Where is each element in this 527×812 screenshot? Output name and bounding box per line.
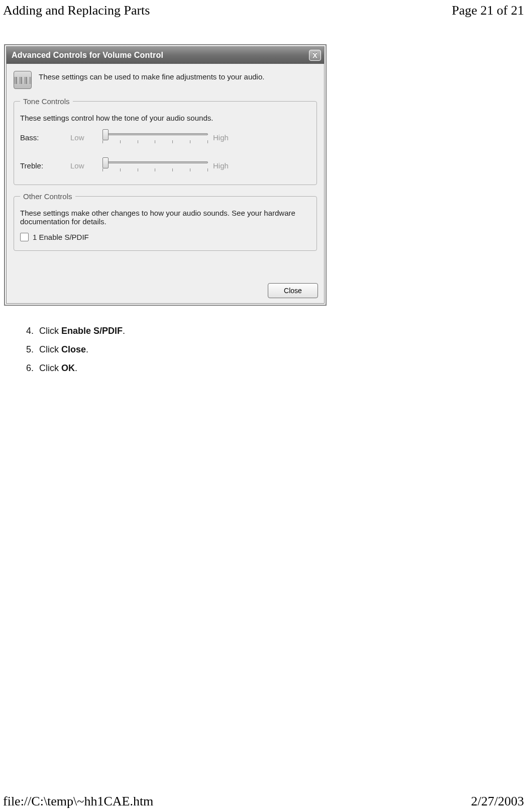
enable-spdif-checkbox[interactable] [20,233,29,241]
tone-controls-legend: Tone Controls [20,97,73,106]
dialog-title: Advanced Controls for Volume Control [12,51,309,60]
instruction-step-bold: Enable S/PDIF [61,326,123,336]
bass-high-label: High [213,133,240,142]
instruction-steps: Click Enable S/PDIF.Click Close.Click OK… [15,322,512,378]
page-header-title: Adding and Replacing Parts [3,3,150,18]
treble-high-label: High [213,161,240,170]
instruction-step: Click Close. [36,340,512,359]
page-footer-path: file://C:\temp\~hh1CAE.htm [3,794,153,809]
advanced-controls-dialog: Advanced Controls for Volume Control X T… [6,46,325,304]
close-button[interactable]: Close [268,283,318,298]
treble-low-label: Low [70,161,97,170]
treble-label: Treble: [20,161,65,170]
other-controls-description: These settings make other changes to how… [20,209,310,226]
bass-label: Bass: [20,133,65,142]
page-header-page-number: Page 21 of 21 [452,3,524,18]
dialog-intro-text: These settings can be used to make fine … [39,71,317,82]
other-controls-legend: Other Controls [20,192,75,201]
bass-low-label: Low [70,133,97,142]
other-controls-group: Other Controls These settings make other… [14,192,317,251]
instruction-step: Click OK. [36,359,512,378]
mixer-icon [14,71,32,89]
tone-controls-description: These settings control how the tone of y… [20,114,310,122]
dialog-titlebar: Advanced Controls for Volume Control X [7,47,324,64]
instruction-step-bold: Close [61,344,86,354]
enable-spdif-label: 1 Enable S/PDIF [33,233,89,241]
instruction-step: Click Enable S/PDIF. [36,322,512,340]
tone-controls-group: Tone Controls These settings control how… [14,97,317,185]
page-footer-date: 2/27/2003 [471,794,524,809]
treble-slider[interactable] [102,157,208,173]
bass-slider[interactable] [102,129,208,145]
close-icon[interactable]: X [309,50,321,61]
dialog-screenshot-figure: Advanced Controls for Volume Control X T… [4,44,327,306]
instruction-step-bold: OK [61,363,75,373]
